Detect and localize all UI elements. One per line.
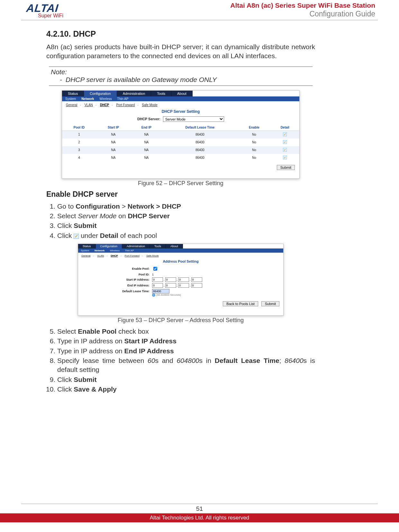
end-ip-label: End IP Address: bbox=[78, 284, 152, 287]
start-ip-4[interactable] bbox=[191, 277, 202, 282]
tab-configuration[interactable]: Configuration bbox=[96, 244, 122, 248]
crumb-dhcp[interactable]: DHCP bbox=[100, 103, 109, 107]
tab-status[interactable]: Status bbox=[78, 244, 96, 248]
fig53-panel: Status Configuration Administration Tool… bbox=[78, 244, 284, 316]
dhcp-server-select[interactable]: Server Mode bbox=[163, 116, 224, 122]
subnav-network[interactable]: Network bbox=[81, 97, 94, 101]
start-ip-3[interactable] bbox=[178, 277, 189, 282]
fig53-caption: Figure 53 – DHCP Server – Address Pool S… bbox=[46, 317, 315, 324]
lease-input[interactable] bbox=[152, 289, 169, 293]
pool-id-label: Pool ID: bbox=[78, 273, 152, 276]
tab-status[interactable]: Status bbox=[62, 91, 84, 96]
subnav-network[interactable]: Network bbox=[95, 249, 105, 252]
lease-label: Default Lease Time: bbox=[78, 290, 152, 293]
subnav-wireless[interactable]: Wireless bbox=[110, 249, 120, 252]
end-ip-1[interactable] bbox=[152, 283, 163, 288]
section-heading: 4.2.10. DHCP bbox=[46, 29, 315, 39]
table-row: 3 NA NA 86400 No bbox=[62, 146, 299, 154]
edit-icon bbox=[74, 232, 79, 241]
crumb-vlan[interactable]: VLAN bbox=[97, 254, 104, 257]
subnav-system[interactable]: System bbox=[65, 97, 76, 101]
doc-title: Altai A8n (ac) Series Super WiFi Base St… bbox=[230, 1, 378, 19]
tab-tools[interactable]: Tools bbox=[151, 91, 171, 96]
crumb-dhcp[interactable]: DHCP bbox=[111, 254, 118, 257]
crumb-portforward[interactable]: Port Forward bbox=[116, 103, 135, 107]
end-ip-inputs: ... bbox=[152, 283, 283, 288]
crumb-safemode[interactable]: Safe Mode bbox=[142, 103, 157, 107]
subnav-thinap[interactable]: Thin AP bbox=[125, 249, 134, 252]
dhcp-pool-table: Pool ID Start IP End IP Default Lease Ti… bbox=[62, 124, 299, 162]
fig52-tabs: Status Configuration Administration Tool… bbox=[62, 91, 299, 96]
crumb-portforward[interactable]: Port Forward bbox=[125, 254, 140, 257]
start-ip-2[interactable] bbox=[165, 277, 176, 282]
table-row: 1 NA NA 86400 No bbox=[62, 131, 299, 139]
step-8: Specify lease time between 60s and 60480… bbox=[57, 356, 315, 374]
crumb-general[interactable]: General bbox=[81, 254, 90, 257]
doc-title-line2: Configuration Guide bbox=[230, 10, 375, 19]
logo: ALTAI Super WiFi bbox=[21, 2, 63, 19]
step-3: Click Submit bbox=[57, 221, 315, 230]
fig52-crumbs: General- VLAN- DHCP- Port Forward- Safe … bbox=[62, 101, 299, 109]
note-block: Note: DHCP server is available on Gatewa… bbox=[49, 67, 313, 86]
fig52-subnav: System Network Wireless Thin AP bbox=[62, 96, 299, 101]
edit-icon[interactable] bbox=[283, 140, 287, 145]
th-lease: Default Lease Time bbox=[162, 124, 238, 131]
page-number: 51 bbox=[21, 504, 378, 512]
lease-hint: i(60-604800 Seconds) bbox=[78, 293, 283, 297]
th-poolid: Pool ID bbox=[62, 124, 96, 131]
dhcp-server-row: DHCP Server: Server Mode bbox=[62, 116, 299, 124]
subnav-wireless[interactable]: Wireless bbox=[99, 97, 112, 101]
tab-configuration[interactable]: Configuration bbox=[84, 91, 117, 96]
crumb-general[interactable]: General bbox=[66, 103, 77, 107]
step-5: Select Enable Pool check box bbox=[57, 327, 315, 336]
edit-icon[interactable] bbox=[283, 132, 287, 137]
tab-administration[interactable]: Administration bbox=[117, 91, 151, 96]
enable-heading: Enable DHCP server bbox=[46, 190, 315, 199]
step-4: Click under Detail of each pool bbox=[57, 231, 315, 241]
page-header: ALTAI Super WiFi Altai A8n (ac) Series S… bbox=[21, 0, 378, 20]
submit-button[interactable]: Submit bbox=[261, 301, 279, 306]
address-pool-form: Enable Pool: Pool ID: 1 Start IP Address… bbox=[78, 265, 283, 294]
end-ip-4[interactable] bbox=[191, 283, 202, 288]
start-ip-label: Start IP Address: bbox=[78, 278, 152, 281]
back-button[interactable]: Back to Pools List bbox=[223, 301, 258, 306]
start-ip-1[interactable] bbox=[152, 277, 163, 282]
submit-button[interactable]: Submit bbox=[277, 165, 295, 170]
step-10: Click Save & Apply bbox=[57, 385, 315, 394]
enable-pool-checkbox[interactable] bbox=[153, 267, 157, 271]
fig52-caption: Figure 52 – DHCP Server Setting bbox=[46, 180, 315, 187]
table-row: 4 NA NA 86400 No bbox=[62, 154, 299, 162]
subnav-thinap[interactable]: Thin AP bbox=[117, 97, 128, 101]
crumb-vlan[interactable]: VLAN bbox=[85, 103, 93, 107]
tab-about[interactable]: About bbox=[166, 244, 183, 248]
step-2: Select Server Mode on DHCP Server bbox=[57, 212, 315, 221]
logo-main: ALTAI bbox=[26, 3, 59, 14]
note-item: DHCP server is available on Gateway mode… bbox=[51, 76, 311, 84]
copyright: Altai Technologies Ltd. All rights reser… bbox=[0, 513, 399, 522]
pool-id-value: 1 bbox=[152, 273, 283, 276]
fig52-panel: Status Configuration Administration Tool… bbox=[62, 90, 300, 179]
crumb-safemode[interactable]: Safe Mode bbox=[146, 254, 159, 257]
end-ip-3[interactable] bbox=[178, 283, 189, 288]
end-ip-2[interactable] bbox=[165, 283, 176, 288]
page-footer: 51 Altai Technologies Ltd. All rights re… bbox=[0, 504, 399, 522]
step-6: Type in IP address on Start IP Address bbox=[57, 337, 315, 346]
fig53-title: Address Pool Setting bbox=[78, 259, 283, 265]
tab-tools[interactable]: Tools bbox=[150, 244, 166, 248]
edit-icon[interactable] bbox=[283, 148, 287, 152]
tab-about[interactable]: About bbox=[171, 91, 193, 96]
step-9: Click Submit bbox=[57, 375, 315, 384]
steps-list-b: Select Enable Pool check box Type in IP … bbox=[46, 327, 315, 394]
steps-list-a: Go to Configuration > Network > DHCP Sel… bbox=[46, 202, 315, 241]
th-detail: Detail bbox=[270, 124, 299, 131]
tab-administration[interactable]: Administration bbox=[122, 244, 150, 248]
th-enable: Enable bbox=[238, 124, 270, 131]
subnav-system[interactable]: System bbox=[81, 249, 89, 252]
edit-icon[interactable] bbox=[283, 156, 287, 160]
content: 4.2.10. DHCP A8n (ac) series products ha… bbox=[46, 20, 315, 394]
dhcp-server-label: DHCP Server: bbox=[137, 117, 160, 121]
info-icon: i bbox=[152, 293, 155, 297]
fig52-title: DHCP Server Setting bbox=[62, 109, 299, 116]
doc-title-line1: Altai A8n (ac) Series Super WiFi Base St… bbox=[230, 1, 375, 10]
step-7: Type in IP address on End IP Address bbox=[57, 347, 315, 356]
